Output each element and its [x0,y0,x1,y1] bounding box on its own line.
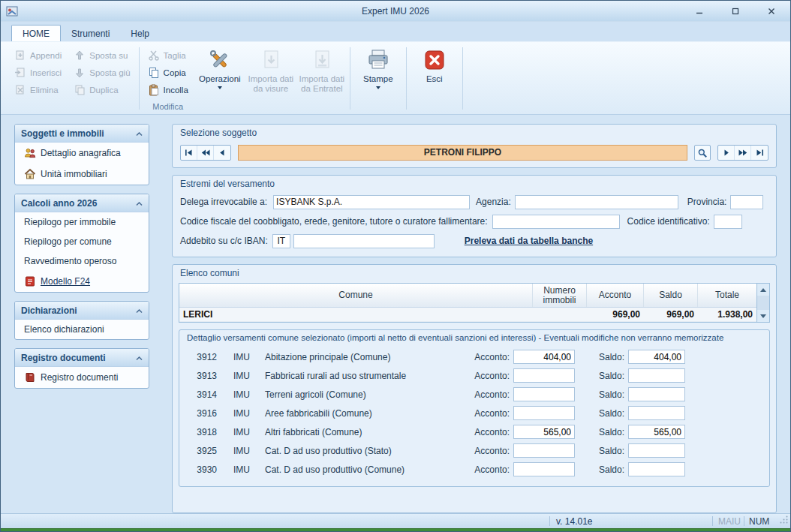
scroll-track[interactable] [757,296,769,310]
panel-header-dichiarazioni[interactable]: Dichiarazioni [15,302,149,320]
saldo-input[interactable] [628,406,685,420]
acconto-input[interactable] [513,462,575,476]
titlebar: Expert IMU 2026 [1,1,790,22]
stampe-button[interactable]: Stampe [353,44,404,113]
cut-icon [148,50,160,62]
incolla-button[interactable]: Incolla [145,83,191,97]
search-subject-button[interactable] [694,145,711,161]
provincia-input[interactable] [730,195,763,209]
elimina-button: Elimina [11,83,65,97]
incolla-label: Incolla [164,86,188,95]
acconto-input[interactable] [513,406,575,420]
agenzia-label: Agenzia: [476,197,511,207]
tab-home[interactable]: HOME [11,25,61,42]
operazioni-button[interactable]: Operazioni [194,44,245,113]
esci-button[interactable]: Esci [409,44,460,113]
panel-soggetti-immobili: Soggetti e immobili Dettaglio anagrafica… [14,124,149,185]
book-icon [24,371,36,383]
saldo-input[interactable] [628,368,685,383]
saldo-label: Saldo: [591,371,624,381]
scroll-down-button[interactable] [757,310,769,322]
ribbon-tab-bar: HOME Strumenti Help [1,22,790,41]
taglia-button: Taglia [145,49,191,62]
window-bottom-edge [1,528,790,531]
acconto-input[interactable] [513,425,575,439]
codice-identificativo-input[interactable] [714,215,742,229]
acconto-input[interactable] [513,387,575,401]
selected-subject-field[interactable]: PETRONI FILIPPO [238,145,687,161]
tab-strumenti[interactable]: Strumenti [61,26,120,41]
import-visure-icon [259,48,283,72]
ribbon-group-modifica: Taglia Copia Incolla Modifica [142,44,194,113]
close-button[interactable] [763,5,780,18]
maximize-button[interactable] [727,5,744,18]
scroll-up-icon [760,288,766,292]
delega-input[interactable] [273,195,470,209]
last-record-button[interactable] [751,146,768,160]
cell-numero-immobili [533,308,587,321]
sidebar-item-elenco-dichiarazioni[interactable]: Elenco dichiarazioni [15,320,149,339]
next-fast-button[interactable] [735,146,751,160]
copia-button[interactable]: Copia [145,66,191,80]
acconto-label: Acconto: [466,464,510,475]
column-header-numero-immobili[interactable]: Numero immobili [533,284,587,307]
saldo-input[interactable] [628,425,685,439]
table-scrollbar[interactable] [757,283,770,323]
panel-header-calcoli[interactable]: Calcoli anno 2026 [15,194,149,212]
saldo-input[interactable] [628,387,685,401]
sidebar-item-unita-immobiliari[interactable]: Unità immobiliari [15,164,149,185]
acconto-label: Acconto: [466,446,510,456]
column-header-acconto[interactable]: Acconto [587,284,644,307]
iban-input[interactable] [293,234,435,248]
comuni-table-row[interactable]: LERICI 969,00 969,00 1.938,00 [179,308,756,322]
minimize-icon [696,8,703,15]
saldo-input[interactable] [628,462,685,476]
appendi-button: Appendi [11,49,65,62]
first-record-button[interactable] [181,146,197,160]
tab-help[interactable]: Help [120,26,160,41]
tributo-descrizione: Cat. D ad uso produttivo (Comune) [265,464,466,475]
acconto-input[interactable] [513,368,575,383]
acconto-label: Acconto: [466,427,510,437]
operazioni-dropdown-icon [218,86,222,89]
codice-fiscale-input[interactable] [492,215,620,229]
prev-fast-button[interactable] [197,146,214,160]
acconto-label: Acconto: [466,371,510,381]
group-title: Estremi del versamento [173,176,776,191]
sidebar-item-registro-documenti[interactable]: Registro documenti [15,367,149,388]
panel-calcoli: Calcoli anno 2026 Riepilogo per immobile… [14,194,149,293]
column-header-saldo[interactable]: Saldo [644,284,698,307]
resize-grip-icon[interactable] [779,515,789,527]
ribbon: Appendi Inserisci Elimina Sposta su Spos… [1,41,790,115]
sidebar-item-riepilogo-immobile[interactable]: Riepilogo per immobile [15,212,149,232]
iban-label: Addebito su c/c IBAN: [180,236,268,246]
agenzia-input[interactable] [515,195,678,209]
saldo-input[interactable] [628,443,685,458]
sidebar-item-riepilogo-comune[interactable]: Riepilogo per comune [15,232,149,251]
tributo-row-3918: 3918 IMU Altri fabbricati (Comune) Accon… [179,422,769,441]
sidebar-item-ravvedimento[interactable]: Ravvedimento operoso [15,251,149,271]
panel-header-registro[interactable]: Registro documenti [15,349,149,367]
sidebar-item-dettaglio-anagrafica[interactable]: Dettaglio anagrafica [15,143,149,164]
tributo-descrizione: Aree fabbricabili (Comune) [265,408,466,419]
column-header-comune[interactable]: Comune [179,284,533,307]
saldo-input[interactable] [628,350,685,364]
next-record-button[interactable] [718,146,735,160]
importa-entratel-button: Importa dati da Entratel [296,44,347,113]
ribbon-col-records: Appendi Inserisci Elimina [8,44,68,113]
preleva-banche-link[interactable]: Preleva dati da tabella banche [465,236,593,246]
prev-record-button[interactable] [214,146,230,160]
stampe-dropdown-icon [376,86,380,89]
maximize-icon [732,8,739,15]
comuni-table: Comune Numero immobili Acconto Saldo Tot… [179,283,770,323]
minimize-button[interactable] [691,5,708,18]
sposta-giu-label: Sposta giù [89,68,130,77]
tributo-row-3930: 3930 IMU Cat. D ad uso produttivo (Comun… [179,460,769,479]
scroll-up-button[interactable] [757,284,769,296]
acconto-input[interactable] [513,443,575,458]
column-header-totale[interactable]: Totale [698,284,756,307]
sidebar-item-modello-f24[interactable]: Modello F24 [15,271,149,292]
sidebar: Soggetti e immobili Dettaglio anagrafica… [14,124,149,513]
acconto-input[interactable] [513,350,575,364]
panel-header-soggetti[interactable]: Soggetti e immobili [15,125,149,143]
